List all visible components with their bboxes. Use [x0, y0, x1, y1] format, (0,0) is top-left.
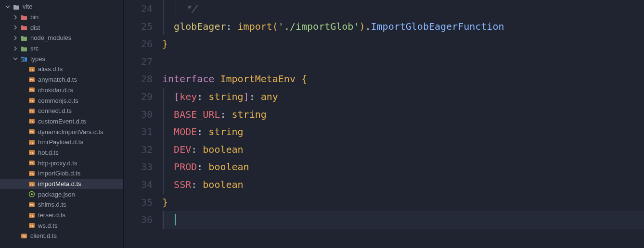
svg-text:TS: TS [30, 120, 34, 123]
tree-item-label: http-proxy.d.ts [38, 160, 77, 167]
folder-ts-icon: TS [20, 55, 28, 62]
chevron-none [20, 171, 26, 176]
code-line[interactable]: } [162, 35, 644, 53]
ts-icon: TS [28, 222, 36, 229]
line-number: 31 [124, 123, 153, 141]
code-line[interactable]: MODE: string [162, 123, 644, 141]
line-number: 24 [124, 0, 153, 18]
chevron-none [20, 149, 26, 155]
chevron-right-icon[interactable] [13, 35, 18, 41]
code-line[interactable]: globEager: import('./importGlob').Import… [162, 18, 644, 36]
code-text: interface ImportMetaEnv { [162, 73, 307, 85]
ts-icon: TS [28, 76, 36, 84]
chevron-none [20, 87, 26, 93]
svg-text:TS: TS [21, 58, 25, 61]
tree-item-label: dist [30, 24, 40, 31]
tree-item[interactable]: TSws.d.ts [0, 220, 123, 231]
code-text: DEV: boolean [162, 144, 244, 155]
tree-item-label: bin [30, 13, 39, 21]
ts-icon: TS [28, 97, 36, 104]
line-number: 30 [124, 106, 153, 124]
tree-item[interactable]: TSalias.d.ts [0, 64, 123, 74]
tree-item-label: terser.d.ts [38, 211, 65, 219]
tree-item[interactable]: TSshims.d.ts [0, 199, 123, 210]
code-line[interactable] [162, 211, 644, 229]
tree-item[interactable]: TShttp-proxy.d.ts [0, 158, 123, 168]
chevron-none [20, 98, 26, 103]
tree-item[interactable]: TSconnect.d.ts [0, 106, 123, 116]
tree-item[interactable]: bin [0, 12, 123, 23]
line-number: 35 [124, 194, 153, 211]
line-number: 33 [124, 158, 153, 176]
code-line[interactable]: [key: string]: any [162, 88, 644, 106]
folder-icon [20, 24, 28, 31]
tree-item-label: chokidar.d.ts [38, 87, 73, 94]
code-text: } [162, 38, 168, 50]
tree-item-label: src [30, 45, 39, 52]
tree-item[interactable]: TSimportGlob.d.ts [0, 168, 123, 179]
tree-item[interactable]: TSimportMeta.d.ts [0, 179, 123, 189]
folder-icon [20, 34, 28, 42]
line-number: 34 [124, 176, 153, 194]
code-line[interactable]: DEV: boolean [162, 141, 644, 159]
tree-item[interactable]: TStypes [0, 53, 123, 64]
tree-item[interactable]: dist [0, 22, 123, 33]
code-text: [key: string]: any [162, 91, 278, 102]
svg-text:TS: TS [30, 110, 34, 113]
chevron-right-icon[interactable] [13, 46, 18, 51]
code-editor[interactable]: 24252627282930313233343536 */ globEager:… [124, 0, 644, 248]
code-area[interactable]: */ globEager: import('./importGlob').Imp… [162, 0, 644, 248]
file-tree[interactable]: vitebindistnode_modulessrcTStypesTSalias… [0, 0, 124, 248]
tree-item[interactable]: TShmrPayload.d.ts [0, 137, 123, 148]
tree-item[interactable]: TScustomEvent.d.ts [0, 116, 123, 127]
ts-icon: TS [28, 149, 36, 156]
code-line[interactable] [162, 53, 644, 71]
svg-text:TS: TS [30, 183, 34, 186]
line-number: 36 [124, 211, 153, 229]
chevron-none [20, 118, 26, 124]
tree-item-label: vite [23, 3, 32, 10]
tree-item[interactable]: TSanymatch.d.ts [0, 74, 123, 85]
code-text: PROD: boolean [162, 161, 249, 173]
chevron-down-icon[interactable] [13, 56, 18, 62]
code-line[interactable]: } [162, 194, 644, 211]
chevron-right-icon[interactable] [13, 14, 18, 20]
chevron-right-icon[interactable] [13, 25, 18, 30]
tree-item[interactable]: package.json [0, 189, 123, 199]
svg-text:TS: TS [22, 235, 26, 238]
code-text: } [162, 197, 168, 208]
tree-item-label: commonjs.d.ts [38, 97, 78, 104]
code-line[interactable]: */ [162, 0, 644, 18]
chevron-none [20, 223, 26, 228]
chevron-none [20, 202, 26, 208]
tree-item[interactable]: TSclient.d.ts [0, 231, 123, 241]
tree-item[interactable]: src [0, 43, 123, 54]
tree-item-label: hmrPayload.d.ts [38, 138, 83, 146]
tree-item-label: shims.d.ts [38, 201, 66, 208]
code-line[interactable]: interface ImportMetaEnv { [162, 70, 644, 88]
tree-item[interactable]: TScommonjs.d.ts [0, 95, 123, 106]
ts-icon: TS [28, 180, 36, 188]
chevron-down-icon[interactable] [5, 4, 11, 10]
code-line[interactable]: PROD: boolean [162, 158, 644, 176]
line-number: 32 [124, 141, 153, 159]
tree-item[interactable]: vite [0, 1, 123, 12]
tree-item[interactable]: TSchokidar.d.ts [0, 85, 123, 96]
chevron-none [20, 66, 26, 72]
tree-item[interactable]: TSterser.d.ts [0, 210, 123, 221]
tree-item[interactable]: node_modules [0, 33, 123, 43]
tree-item[interactable]: TShot.d.ts [0, 148, 123, 158]
code-line[interactable]: BASE_URL: string [162, 106, 644, 124]
svg-text:TS: TS [30, 162, 34, 165]
code-text: BASE_URL: string [162, 109, 267, 120]
ts-icon: TS [20, 232, 28, 240]
tree-item[interactable]: TSdynamicImportVars.d.ts [0, 126, 123, 137]
tree-item-label: alias.d.ts [38, 65, 63, 73]
ts-icon: TS [28, 159, 36, 167]
code-line[interactable]: SSR: boolean [162, 176, 644, 194]
ts-icon: TS [28, 170, 36, 177]
ts-icon: TS [28, 201, 36, 209]
ts-icon: TS [28, 211, 36, 219]
ts-icon: TS [28, 65, 36, 73]
tree-item-label: importMeta.d.ts [38, 180, 81, 187]
